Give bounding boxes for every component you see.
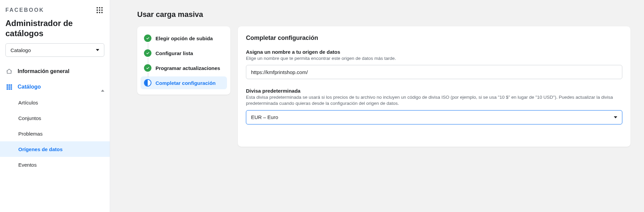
chevron-up-icon <box>101 84 104 90</box>
main-content: Usar carga masiva Elegir opción de subid… <box>110 0 644 212</box>
step-upload-option[interactable]: Elegir opción de subida <box>141 32 227 45</box>
currency-value: EUR – Euro <box>251 114 278 120</box>
step-label: Configurar lista <box>155 50 193 56</box>
nav-sets[interactable]: Conjuntos <box>0 110 110 126</box>
nav-overview[interactable]: Información general <box>0 64 110 79</box>
nav-data-sources[interactable]: Orígenes de datos <box>0 141 110 157</box>
side-nav: Información general Catálogo Artículos C… <box>0 62 110 172</box>
nav-catalog-label: Catálogo <box>18 84 41 90</box>
nav-overview-label: Información general <box>18 68 69 74</box>
field-data-source-name: Asigna un nombre a tu origen de datos El… <box>246 49 622 79</box>
chevron-down-icon <box>96 49 99 51</box>
svg-rect-2 <box>11 85 12 86</box>
home-icon <box>5 68 13 75</box>
svg-rect-3 <box>7 86 8 88</box>
nav-items[interactable]: Artículos <box>0 95 110 110</box>
field-label: Divisa predeterminada <box>246 88 622 94</box>
catalog-selector-value: Catalogo <box>11 47 31 53</box>
app-switcher-button[interactable] <box>95 5 104 15</box>
svg-rect-1 <box>8 85 10 86</box>
step-schedule-updates[interactable]: Programar actualizaciones <box>141 62 227 74</box>
app-grid-icon <box>97 7 103 13</box>
config-form: Completar configuración Asigna un nombre… <box>238 26 630 147</box>
nav-events-label: Eventos <box>18 162 37 168</box>
nav-problems-label: Problemas <box>18 131 43 137</box>
chevron-down-icon <box>614 116 617 118</box>
step-label: Elegir opción de subida <box>155 36 213 41</box>
nav-problems[interactable]: Problemas <box>0 126 110 141</box>
page-heading: Usar carga masiva <box>137 8 630 26</box>
steps-card: Elegir opción de subida Configurar lista… <box>137 26 230 95</box>
half-circle-icon <box>144 79 151 87</box>
step-label: Completar configuración <box>155 80 216 86</box>
step-complete-config[interactable]: Completar configuración <box>141 76 227 89</box>
nav-data-sources-label: Orígenes de datos <box>18 146 63 152</box>
nav-events[interactable]: Eventos <box>0 157 110 172</box>
brand-logo: FACEBOOK <box>5 7 44 13</box>
nav-catalog[interactable]: Catálogo <box>0 79 110 95</box>
field-help: Elige un nombre que te permita encontrar… <box>246 55 622 62</box>
step-label: Programar actualizaciones <box>155 65 220 71</box>
check-icon <box>144 49 151 57</box>
svg-rect-7 <box>8 88 10 90</box>
nav-items-label: Artículos <box>18 100 38 105</box>
check-icon <box>144 64 151 72</box>
svg-rect-6 <box>7 88 8 90</box>
svg-rect-4 <box>8 86 10 88</box>
default-currency-select[interactable]: EUR – Euro <box>246 110 622 124</box>
sidebar: FACEBOOK Administrador de catálogos Cata… <box>0 0 110 212</box>
svg-rect-8 <box>11 88 12 90</box>
data-source-name-input[interactable] <box>246 65 622 79</box>
field-default-currency: Divisa predeterminada Esta divisa predet… <box>246 88 622 124</box>
step-configure-list[interactable]: Configurar lista <box>141 47 227 60</box>
form-title: Completar configuración <box>246 34 622 42</box>
nav-sets-label: Conjuntos <box>18 115 41 121</box>
check-icon <box>144 34 151 42</box>
grid-icon <box>5 84 13 90</box>
svg-rect-5 <box>11 86 12 88</box>
app-title: Administrador de catálogos <box>0 16 110 43</box>
catalog-selector[interactable]: Catalogo <box>5 43 104 57</box>
field-help: Esta divisa predeterminada se usará si l… <box>246 94 622 107</box>
field-label: Asigna un nombre a tu origen de datos <box>246 49 622 55</box>
svg-rect-0 <box>7 85 8 86</box>
